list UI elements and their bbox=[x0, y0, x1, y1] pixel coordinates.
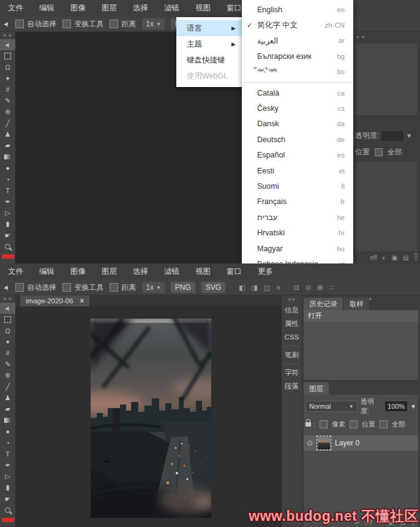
align-right-icon[interactable]: ◫ bbox=[264, 282, 270, 293]
lang-option-fr[interactable]: Françaisfr bbox=[242, 194, 353, 210]
brush-tool[interactable]: ╱ bbox=[0, 118, 15, 129]
panel-collapse-icon[interactable]: <> bbox=[282, 295, 302, 303]
lang-option-en[interactable]: Englishen bbox=[242, 2, 353, 17]
zoom-level-select[interactable]: 1x▼ bbox=[142, 18, 165, 29]
blur-tool[interactable]: ● bbox=[0, 426, 15, 437]
marquee-select-tool[interactable] bbox=[0, 314, 15, 325]
order-icon-1[interactable]: ⊡ bbox=[294, 282, 299, 293]
lock-position-checkbox[interactable] bbox=[350, 420, 358, 428]
blend-mode-select[interactable]: Normal ▼ bbox=[306, 401, 358, 412]
quick-select-tool[interactable]: ✦ bbox=[0, 73, 15, 84]
opacity-dropdown-icon[interactable]: ▼ bbox=[410, 403, 416, 410]
menu-item-image[interactable]: 图像 bbox=[62, 0, 94, 17]
eraser-tool[interactable]: ▰ bbox=[0, 140, 15, 151]
tab-layers[interactable]: 图层 bbox=[304, 382, 329, 395]
menu-item-edit[interactable]: 编辑 bbox=[31, 0, 62, 17]
panel-collapse-icon[interactable]: > < bbox=[356, 34, 366, 40]
menu-item-keyboard-shortcuts[interactable]: 键盘快捷键 bbox=[176, 52, 242, 68]
eyedropper-tool[interactable]: ✎ bbox=[0, 95, 15, 106]
canvas-area[interactable]: image-2020-06 × bbox=[15, 295, 282, 527]
layer-row[interactable]: ⊙ Layer 0 bbox=[304, 434, 418, 452]
auto-select-checkbox[interactable] bbox=[15, 283, 24, 292]
tab-history[interactable]: 历史记录 bbox=[304, 298, 343, 310]
document-image[interactable] bbox=[91, 319, 211, 518]
menu-item-file[interactable]: 文件 bbox=[0, 0, 31, 17]
type-tool[interactable]: T bbox=[0, 449, 15, 460]
lang-option-id[interactable]: Bahasa Indonesiaid bbox=[242, 256, 353, 264]
document-tab[interactable]: image-2020-06 × bbox=[20, 295, 89, 306]
transform-controls-checkbox[interactable] bbox=[62, 20, 71, 28]
spot-heal-tool[interactable]: ⊛ bbox=[0, 370, 15, 381]
gradient-tool[interactable] bbox=[0, 151, 15, 162]
history-step-open[interactable]: 打开 bbox=[304, 310, 418, 322]
distance-checkbox[interactable] bbox=[110, 283, 118, 292]
zoom-tool[interactable] bbox=[0, 241, 15, 252]
foreground-color-swatch[interactable] bbox=[2, 254, 14, 259]
lasso-tool[interactable]: Ω bbox=[0, 325, 15, 336]
marquee-select-tool[interactable] bbox=[0, 50, 15, 61]
auto-select-checkbox[interactable] bbox=[15, 20, 24, 28]
opacity-dropdown-icon[interactable]: ▼ bbox=[406, 132, 412, 139]
crop-tool[interactable]: # bbox=[0, 347, 15, 358]
rectangle-tool[interactable]: ▮ bbox=[0, 219, 15, 230]
align-left-icon[interactable]: ◧ bbox=[239, 282, 245, 293]
lang-option-et[interactable]: Eestiet bbox=[242, 163, 353, 178]
menu-item-select[interactable]: 选择 bbox=[125, 0, 156, 17]
lang-option-ar[interactable]: العربيةar bbox=[242, 33, 353, 48]
crop-tool[interactable]: # bbox=[0, 84, 15, 95]
menu-item-more[interactable]: 更多 bbox=[250, 264, 281, 280]
panel-collapse-icon[interactable]: > < bbox=[3, 32, 12, 39]
eyedropper-tool[interactable]: ✎ bbox=[0, 358, 15, 370]
export-png-button[interactable]: PNG bbox=[171, 282, 195, 293]
menu-item-edit[interactable]: 编辑 bbox=[31, 264, 62, 280]
order-icon-4[interactable]: ∷ bbox=[329, 282, 333, 293]
panel-tab-brush[interactable]: 笔刷 bbox=[282, 348, 302, 362]
panel-tab-properties[interactable]: 属性 bbox=[282, 317, 302, 330]
dodge-tool[interactable]: ◔ bbox=[0, 174, 15, 185]
order-icon-2[interactable]: ⊙ bbox=[306, 282, 311, 293]
lang-option-he[interactable]: עבריתhe bbox=[242, 210, 353, 225]
menu-item-layer[interactable]: 图层 bbox=[94, 264, 125, 280]
lang-option-da[interactable]: Danskda bbox=[242, 116, 353, 132]
lang-option-bg[interactable]: Български езикbg bbox=[242, 48, 353, 64]
mask-icon[interactable]: ▣ bbox=[392, 254, 397, 261]
lasso-tool[interactable]: Ω bbox=[0, 62, 15, 73]
panel-tab-info[interactable]: 信息 bbox=[282, 303, 302, 317]
menu-item-language[interactable]: 语言▶ bbox=[176, 20, 242, 36]
lang-option-de[interactable]: Deutschde bbox=[242, 132, 353, 147]
menu-item-view[interactable]: 视图 bbox=[187, 264, 219, 280]
menu-item-file[interactable]: 文件 bbox=[0, 264, 31, 280]
move-tool[interactable]: ➤ bbox=[0, 39, 15, 50]
rectangle-tool[interactable]: ▮ bbox=[0, 482, 15, 493]
menu-item-filter[interactable]: 滤镜 bbox=[156, 264, 187, 280]
tab-sampling[interactable]: 取样 bbox=[344, 298, 369, 310]
menu-item-view[interactable]: 视图 bbox=[187, 0, 219, 17]
distribute-icon[interactable]: ≡ bbox=[276, 282, 280, 293]
menu-item-filter[interactable]: 滤镜 bbox=[156, 0, 187, 17]
distance-checkbox[interactable] bbox=[110, 20, 118, 28]
menu-item-image[interactable]: 图像 bbox=[62, 264, 94, 280]
dodge-tool[interactable]: ◔ bbox=[0, 438, 15, 449]
panel-collapse-icon[interactable]: > < bbox=[3, 295, 12, 303]
zoom-level-select[interactable]: 1x▼ bbox=[142, 282, 165, 293]
brush-tool[interactable]: ╱ bbox=[0, 381, 15, 392]
lang-option-zh-CN[interactable]: ✓简化字 中文zh-CN bbox=[242, 17, 353, 32]
lock-all-checkbox[interactable] bbox=[375, 148, 383, 156]
direct-select-tool[interactable]: ▷ bbox=[0, 207, 15, 218]
opacity-value[interactable]: 100% bbox=[385, 401, 407, 411]
panel-tab-character[interactable]: 字符 bbox=[282, 366, 302, 379]
foreground-color-swatch[interactable] bbox=[2, 518, 14, 522]
lang-option-hu[interactable]: Magyarhu bbox=[242, 241, 353, 256]
panel-tab-css[interactable]: CSS bbox=[282, 330, 302, 344]
clone-stamp-tool[interactable]: ♟ bbox=[0, 129, 15, 140]
opacity-value-box[interactable] bbox=[381, 131, 403, 141]
lock-all-checkbox[interactable] bbox=[380, 420, 388, 428]
pen-tool[interactable]: ✒ bbox=[0, 460, 15, 471]
lang-option-cs[interactable]: Českycs bbox=[242, 100, 353, 116]
menu-item-layer[interactable]: 图层 bbox=[94, 0, 125, 17]
folder-icon[interactable]: ▤ bbox=[403, 254, 408, 261]
lang-option-es[interactable]: Españoles bbox=[242, 148, 353, 163]
visibility-eye-icon[interactable]: ⊙ bbox=[307, 439, 313, 447]
spot-heal-tool[interactable]: ⊛ bbox=[0, 107, 15, 118]
blur-tool[interactable]: ● bbox=[0, 162, 15, 173]
